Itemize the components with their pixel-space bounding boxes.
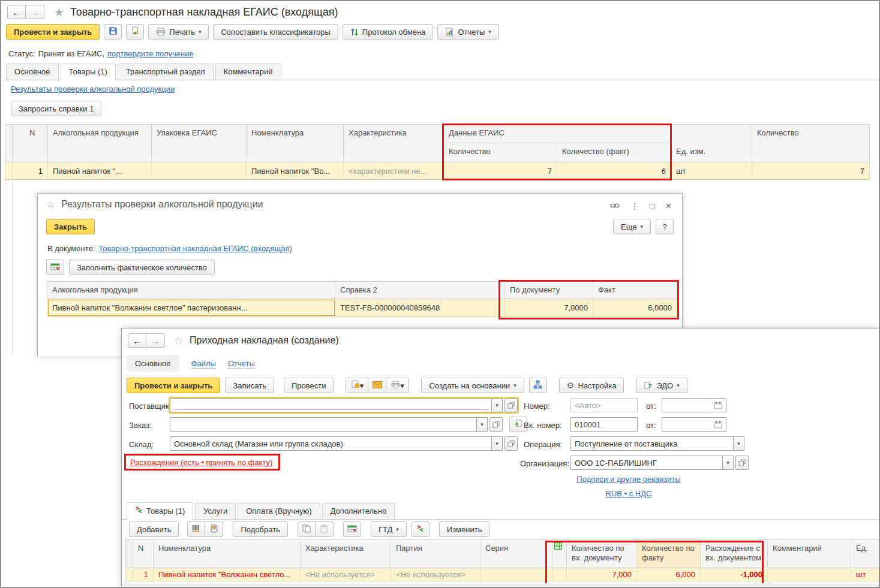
reports-button[interactable]: Отчеты▾ [437,24,498,40]
maximize-icon[interactable]: □ [650,201,654,211]
discrepancy-link[interactable]: Расхождения (есть • принять по факту) [130,458,272,467]
navtab-osnovnoe[interactable]: Основное [127,355,179,372]
fill-table-button[interactable] [343,521,361,537]
w3-goods-table[interactable]: N Номенклатура Характеристика Партия Сер… [125,539,880,581]
tab-tovary[interactable]: Товары (1) [61,64,116,80]
calendar-icon[interactable] [714,421,722,429]
signatures-link[interactable]: Подписи и другие реквизиты [576,475,680,484]
back-button[interactable]: ← [128,333,146,348]
dialog-table-row[interactable]: Пивной напиток "Волжанин светлое" пастер… [47,299,677,317]
order-dropdown-icon[interactable]: ▾ [477,417,488,432]
row-marker [5,162,13,179]
post-button[interactable]: Провести [284,378,334,393]
reports-icon [445,28,454,37]
document-history-button[interactable]: ▾ [346,378,368,393]
order-input[interactable] [170,417,477,432]
barcode-button[interactable] [187,521,205,537]
col-fact: Факт [593,282,677,298]
tab-oplata[interactable]: Оплата (Вручную) [238,503,320,519]
warehouse-input[interactable]: Основной склад (Магазин или группа склад… [170,436,492,451]
tab-transport[interactable]: Транспортный раздел [118,64,214,80]
email-button[interactable] [368,378,386,393]
navtab-fayly[interactable]: Файлы [191,359,216,369]
compare-classifiers-button[interactable]: Сопоставить классификаторы [213,24,338,40]
operation-select[interactable]: Поступление от поставщика [570,436,734,451]
structure-button[interactable] [529,378,547,393]
print-small-button[interactable]: ▾ [386,378,409,393]
print-button[interactable]: Печать▾ [148,24,209,40]
back-button[interactable]: ← [7,5,26,19]
favorite-star-icon[interactable]: ☆ [46,200,55,210]
request-certs-button[interactable]: Запросить справки 1 [11,101,101,116]
w3-table-row[interactable]: 1 Пивной напиток "Волжанин светло... <Не… [125,568,880,581]
incoming-number-input[interactable]: 010001 [570,417,638,432]
more-button[interactable]: Еще▾ [613,219,651,234]
discrepancy-toggle-button[interactable] [412,521,430,537]
close-icon[interactable]: × [666,201,671,212]
doc-icon-group: ▾ ▾ [346,378,409,393]
tab-uslugi[interactable]: Услуги [195,503,236,519]
supplier-input[interactable] [170,398,492,412]
tab-osnovnoe[interactable]: Основное [6,64,59,80]
in-document-link[interactable]: Товарно-транспортная накладная ЕГАИС (вх… [98,244,292,253]
cell-batch: <Не используется> [391,568,480,581]
tab-dopolnitelno[interactable]: Дополнительно [322,503,395,519]
favorite-star-icon[interactable]: ☆ [173,335,184,346]
save-button[interactable] [104,24,122,40]
pick-button[interactable]: Подобрать [233,521,287,537]
navtab-otchety[interactable]: Отчеты [228,359,255,369]
number-placeholder: <Авто> [575,401,601,410]
confirm-receipt-link[interactable]: подтвердите получение [107,49,194,58]
fill-table-button[interactable] [46,260,64,275]
add-row-button[interactable]: Добавить [129,521,179,537]
fill-table-icon [347,524,357,535]
edo-button[interactable]: ЭДО▾ [636,378,687,393]
organization-input[interactable]: ООО 1С-ПАБЛИШИНГ [570,456,723,470]
settings-button[interactable]: ⚙Настройка [559,378,624,393]
supplier-open-button[interactable] [504,398,518,412]
gtd-button[interactable]: ГТД▾ [371,521,407,537]
cell-qty-fact: 6,000 [637,568,701,581]
date-input-1[interactable] [662,398,726,412]
w1-table-row[interactable]: 1 Пивной напиток "... Пивной напиток "Во… [5,162,870,180]
warehouse-open-button[interactable] [504,436,518,451]
forward-button[interactable]: → [146,333,165,348]
fill-document-icon [514,419,523,430]
w1-table[interactable]: N Алкогольная продукция Упаковка ЕГАИС Н… [5,124,870,180]
bottom-scroll-area[interactable] [122,583,879,587]
operation-dropdown-icon[interactable]: ▾ [734,436,744,451]
fill-fact-button[interactable]: Заполнить фактическое количество [69,260,215,275]
post-and-close-button[interactable]: Провести и закрыть [127,378,220,393]
create-based-on-button[interactable]: Создать на основании▾ [421,378,524,393]
incoming-number-value: 010001 [575,420,600,429]
number-input[interactable]: <Авто> [570,398,638,412]
check-results-link[interactable]: Результаты проверки алкогольной продукци… [11,85,175,94]
tab-tovary[interactable]: Товары (1) [127,502,193,519]
help-button[interactable]: ? [656,219,674,234]
edit-button[interactable]: Изменить [439,521,490,537]
write-button[interactable]: Записать [225,378,274,393]
more-menu-icon[interactable]: ⋮ [630,201,639,211]
forward-button[interactable]: → [26,5,44,19]
date-input-2[interactable] [662,417,726,432]
exchange-icon [135,506,143,515]
favorite-star-icon[interactable]: ★ [54,7,64,18]
post-document-button[interactable] [126,24,144,40]
post-and-close-button[interactable]: Провести и закрыть [6,24,100,40]
data-terminal-button[interactable] [205,521,223,537]
paste-rows-button[interactable] [316,521,334,537]
link-icon[interactable] [610,201,620,211]
exchange-protocol-button[interactable]: Протокол обмена [343,24,434,40]
dialog-close-button[interactable]: Закрыть [46,219,95,234]
dialog-table[interactable]: Алкогольная продукция Справка 2 По докум… [47,281,677,317]
order-open-button[interactable] [489,417,503,432]
supplier-dropdown-icon[interactable]: ▾ [492,398,503,412]
currency-link[interactable]: RUB • с НДС [606,489,652,498]
warehouse-dropdown-icon[interactable]: ▾ [492,436,503,451]
calendar-icon[interactable] [714,402,722,409]
organization-dropdown-icon[interactable]: ▾ [723,456,734,470]
organization-open-button[interactable] [735,456,749,470]
tab-kommentariy[interactable]: Комментарий [215,64,281,80]
number-label: Номер: [524,402,550,411]
copy-rows-button[interactable] [298,521,316,537]
